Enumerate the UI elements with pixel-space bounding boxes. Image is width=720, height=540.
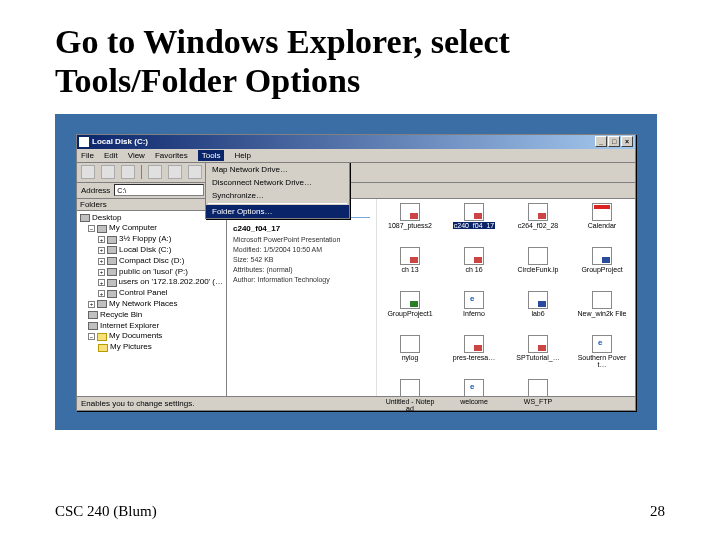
address-label: Address bbox=[81, 186, 110, 195]
file-label: New_win2k File bbox=[577, 310, 626, 317]
network-icon bbox=[97, 300, 107, 308]
file-item[interactable]: New_win2k File bbox=[571, 291, 633, 333]
ppt-file-icon bbox=[528, 335, 548, 353]
cal-file-icon bbox=[592, 203, 612, 221]
file-item[interactable]: CircleFunk.lp bbox=[507, 247, 569, 289]
window-title: Local Disk (C:) bbox=[92, 137, 148, 146]
up-button[interactable] bbox=[121, 165, 135, 179]
tree-cd[interactable]: Compact Disc (D:) bbox=[119, 256, 184, 267]
txt-file-icon bbox=[528, 379, 548, 397]
tree-public[interactable]: public on 'lusol' (P:) bbox=[119, 267, 188, 278]
expand-icon[interactable]: + bbox=[98, 236, 105, 243]
file-grid[interactable]: 1087_ptuess2c240_f04_17c264_f02_28Calend… bbox=[377, 199, 635, 396]
ie-icon bbox=[88, 322, 98, 330]
tree-floppy[interactable]: 3½ Floppy (A:) bbox=[119, 234, 171, 245]
file-label: SPTutorial_… bbox=[516, 354, 559, 361]
info-author: Author: Information Technology bbox=[233, 276, 370, 283]
menu-item-disconnect-drive[interactable]: Disconnect Network Drive… bbox=[206, 176, 349, 189]
tree-desktop[interactable]: Desktop bbox=[92, 213, 121, 224]
netdrive-icon bbox=[107, 279, 117, 287]
file-item[interactable]: c240_f04_17 bbox=[443, 203, 505, 245]
file-item[interactable]: Calendar bbox=[571, 203, 633, 245]
menu-edit[interactable]: Edit bbox=[104, 151, 118, 160]
tree-local-c[interactable]: Local Disk (C:) bbox=[119, 245, 171, 256]
disk-icon bbox=[107, 246, 117, 254]
folder-tree[interactable]: Desktop −My Computer +3½ Floppy (A:) +Lo… bbox=[77, 211, 226, 396]
cd-icon bbox=[107, 257, 117, 265]
expand-icon[interactable]: + bbox=[88, 301, 95, 308]
info-filetype: Microsoft PowerPoint Presentation bbox=[233, 236, 370, 243]
file-item[interactable]: nylog bbox=[379, 335, 441, 377]
tree-mypics[interactable]: My Pictures bbox=[110, 342, 152, 353]
file-item[interactable]: lab6 bbox=[507, 291, 569, 333]
info-panel: Local Disk (C:) c240_f04_17 Microsoft Po… bbox=[227, 199, 377, 396]
expand-icon[interactable]: + bbox=[98, 269, 105, 276]
tree-ie[interactable]: Internet Explorer bbox=[100, 321, 159, 332]
file-item[interactable]: welcome bbox=[443, 379, 505, 421]
tree-mydocs[interactable]: My Documents bbox=[109, 331, 162, 342]
txt-file-icon bbox=[592, 291, 612, 309]
file-item[interactable]: pres-teresa… bbox=[443, 335, 505, 377]
file-item[interactable]: Inferno bbox=[443, 291, 505, 333]
file-label: c240_f04_17 bbox=[453, 222, 495, 229]
menu-view[interactable]: View bbox=[128, 151, 145, 160]
info-filename: c240_f04_17 bbox=[233, 224, 370, 233]
close-button[interactable]: × bbox=[621, 136, 633, 147]
expand-icon[interactable]: − bbox=[88, 333, 95, 340]
tree-users[interactable]: users on '172.18.202.200' (… bbox=[119, 277, 223, 288]
address-field[interactable]: C:\ bbox=[114, 184, 204, 196]
folders-header: Folders bbox=[77, 199, 226, 211]
netdrive-icon bbox=[107, 268, 117, 276]
file-item[interactable]: WS_FTP bbox=[507, 379, 569, 421]
info-modified: Modified: 1/5/2004 10:50 AM bbox=[233, 246, 370, 253]
folders-button[interactable] bbox=[168, 165, 182, 179]
slide-title: Go to Windows Explorer, select Tools/Fol… bbox=[55, 22, 665, 100]
expand-icon[interactable]: − bbox=[88, 225, 95, 232]
file-item[interactable]: SPTutorial_… bbox=[507, 335, 569, 377]
file-item[interactable]: ch 13 bbox=[379, 247, 441, 289]
file-label: GroupProject bbox=[581, 266, 622, 273]
menu-item-folder-options[interactable]: Folder Options… bbox=[206, 205, 349, 218]
tree-networkplaces[interactable]: My Network Places bbox=[109, 299, 177, 310]
file-label: nylog bbox=[402, 354, 419, 361]
menu-tools[interactable]: Tools bbox=[198, 150, 225, 161]
file-item[interactable]: GroupProject bbox=[571, 247, 633, 289]
explorer-window: Local Disk (C:) _ □ × File Edit View Fav… bbox=[76, 134, 636, 411]
file-item[interactable]: c264_f02_28 bbox=[507, 203, 569, 245]
file-label: CircleFunk.lp bbox=[518, 266, 559, 273]
file-label: Untitled - Notepad bbox=[384, 398, 436, 413]
expand-icon[interactable]: + bbox=[98, 290, 105, 297]
tree-controlpanel[interactable]: Control Panel bbox=[119, 288, 167, 299]
file-label: GroupProject1 bbox=[387, 310, 432, 317]
file-label: 1087_ptuess2 bbox=[388, 222, 432, 229]
minimize-button[interactable]: _ bbox=[595, 136, 607, 147]
ppt-file-icon bbox=[464, 203, 484, 221]
forward-button[interactable] bbox=[101, 165, 115, 179]
file-item[interactable]: ch 16 bbox=[443, 247, 505, 289]
tree-recycle[interactable]: Recycle Bin bbox=[100, 310, 142, 321]
file-item[interactable]: Untitled - Notepad bbox=[379, 379, 441, 421]
menu-item-synchronize[interactable]: Synchronize… bbox=[206, 189, 349, 202]
history-button[interactable] bbox=[188, 165, 202, 179]
expand-icon[interactable]: + bbox=[98, 279, 105, 286]
search-button[interactable] bbox=[148, 165, 162, 179]
menu-file[interactable]: File bbox=[81, 151, 94, 160]
file-item[interactable]: GroupProject1 bbox=[379, 291, 441, 333]
folders-pane: Folders Desktop −My Computer +3½ Floppy … bbox=[77, 199, 227, 396]
menu-help[interactable]: Help bbox=[234, 151, 250, 160]
titlebar: Local Disk (C:) _ □ × bbox=[77, 135, 635, 149]
menu-favorites[interactable]: Favorites bbox=[155, 151, 188, 160]
file-item[interactable]: 1087_ptuess2 bbox=[379, 203, 441, 245]
tree-mycomputer[interactable]: My Computer bbox=[109, 223, 157, 234]
footer-left: CSC 240 (Blum) bbox=[55, 503, 157, 520]
expand-icon[interactable]: + bbox=[98, 258, 105, 265]
expand-icon[interactable]: + bbox=[98, 247, 105, 254]
back-button[interactable] bbox=[81, 165, 95, 179]
maximize-button[interactable]: □ bbox=[608, 136, 620, 147]
file-label: lab6 bbox=[531, 310, 544, 317]
file-item[interactable]: Southern Povert… bbox=[571, 335, 633, 377]
content-pane: Local Disk (C:) c240_f04_17 Microsoft Po… bbox=[227, 199, 635, 396]
html-file-icon bbox=[592, 335, 612, 353]
menu-item-map-drive[interactable]: Map Network Drive… bbox=[206, 163, 349, 176]
info-attributes: Attributes: (normal) bbox=[233, 266, 370, 273]
